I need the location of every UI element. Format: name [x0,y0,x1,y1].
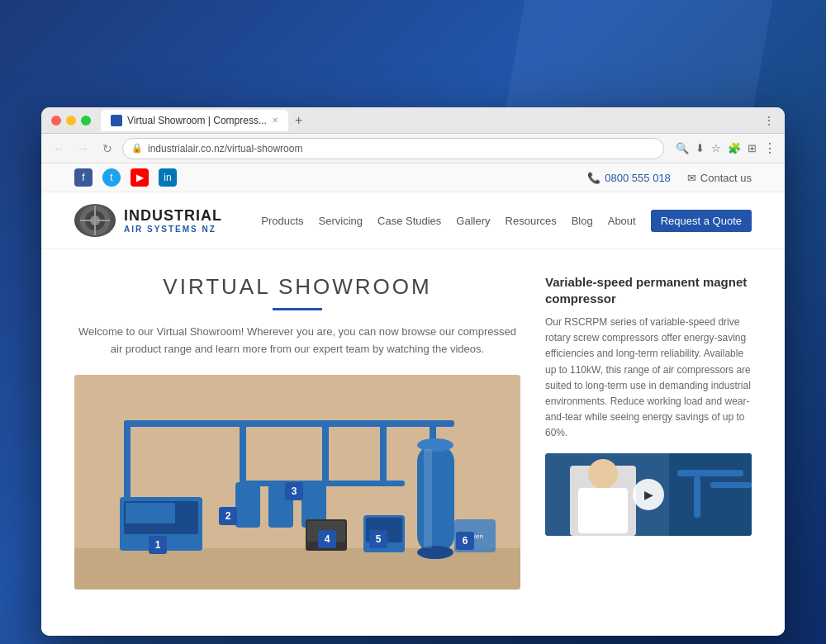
svg-rect-7 [124,420,454,427]
twitter-icon[interactable]: t [102,168,121,187]
right-column: Variable-speed permanent magnet compress… [545,274,752,590]
traffic-lights [51,116,91,125]
logo-icon [74,204,116,237]
product-title: Variable-speed permanent magnet compress… [545,274,752,306]
address-bar-icons: 🔍 ⬇ ☆ 🧩 ⊞ [676,142,757,154]
video-thumbnail[interactable]: ▶ [545,453,752,536]
nav-servicing[interactable]: Servicing [319,215,363,227]
tab-favicon [111,115,122,126]
nav-blog[interactable]: Blog [572,215,593,227]
svg-rect-44 [669,453,752,536]
svg-rect-11 [380,420,387,486]
page-content: VIRTUAL SHOWROOM Welcome to our Virtual … [41,249,785,606]
new-tab-button[interactable]: + [295,113,302,128]
browser-window: Virtual Showroom | Compress... ✕ + ⋮ ← →… [41,107,785,636]
bookmark-icon[interactable]: ☆ [711,142,721,154]
phone-icon: 📞 [587,172,601,184]
lock-icon: 🔒 [131,143,143,154]
address-bar-row: ← → ↻ 🔒 industrialair.co.nz/virtual-show… [41,134,785,163]
logo-title: INDUSTRIAL [124,207,222,225]
svg-text:4: 4 [325,533,330,545]
contact-us-label: Contact us [700,172,752,184]
svg-point-22 [417,438,453,452]
address-bar[interactable]: 🔒 industrialair.co.nz/virtual-showroom [122,138,664,159]
nav-products[interactable]: Products [261,215,303,227]
youtube-icon[interactable]: ▶ [131,168,149,187]
svg-rect-45 [677,470,743,476]
logo-subtitle: AIR SYSTEMS NZ [124,225,222,234]
refresh-button[interactable]: ↻ [99,140,116,157]
minimize-button[interactable] [66,116,76,125]
maximize-button[interactable] [81,116,91,125]
svg-text:3: 3 [292,485,297,497]
page-title: VIRTUAL SHOWROOM [74,274,520,300]
page-description: Welcome to our Virtual Showroom! Whereve… [74,324,520,358]
extension-icon[interactable]: 🧩 [728,142,741,154]
email-icon: ✉ [687,172,696,184]
main-nav: INDUSTRIAL AIR SYSTEMS NZ Products Servi… [41,192,785,249]
linkedin-icon[interactable]: in [159,168,177,187]
active-tab[interactable]: Virtual Showroom | Compress... ✕ [101,110,288,131]
browser-chrome: Virtual Showroom | Compress... ✕ + ⋮ [41,107,785,134]
nav-resources[interactable]: Resources [506,215,557,227]
browser-menu-button[interactable]: ⋮ [763,114,775,127]
url-text: industrialair.co.nz/virtual-showroom [148,143,302,154]
play-button[interactable]: ▶ [633,479,664,510]
back-button[interactable]: ← [50,140,68,157]
tab-bar: Virtual Showroom | Compress... ✕ + [101,110,757,131]
chrome-menu-button[interactable]: ⋮ [763,140,776,156]
close-button[interactable] [51,116,61,125]
svg-rect-21 [417,445,454,552]
title-underline [273,308,322,310]
svg-rect-16 [126,503,175,523]
tab-close-icon[interactable]: ✕ [272,116,278,125]
topbar: f t ▶ in 📞 0800 555 018 ✉ Contact us [41,163,785,192]
svg-rect-50 [578,488,628,533]
nav-gallery[interactable]: Gallery [456,215,490,227]
svg-rect-17 [126,526,159,531]
svg-rect-6 [74,548,520,590]
topbar-right: 📞 0800 555 018 ✉ Contact us [587,172,752,184]
phone-number: 0800 555 018 [605,172,671,184]
tab-grid-icon[interactable]: ⊞ [748,142,757,154]
nav-about[interactable]: About [608,215,636,227]
svg-rect-24 [424,449,432,548]
svg-rect-18 [235,482,260,528]
product-description: Our RSCRPM series of variable-speed driv… [545,315,752,442]
logo-text: INDUSTRIAL AIR SYSTEMS NZ [124,207,222,234]
nav-case-studies[interactable]: Case Studies [377,215,441,227]
logo[interactable]: INDUSTRIAL AIR SYSTEMS NZ [74,204,222,237]
tab-label: Virtual Showroom | Compress... [127,115,267,126]
download-icon[interactable]: ⬇ [695,142,705,154]
svg-text:5: 5 [376,533,382,545]
svg-point-23 [417,546,453,559]
svg-text:1: 1 [155,539,161,551]
compressor-visualization: Vixen 1 2 [74,375,520,590]
search-icon[interactable]: 🔍 [676,142,689,154]
left-column: VIRTUAL SHOWROOM Welcome to our Virtual … [74,274,520,590]
svg-rect-10 [322,420,329,486]
svg-point-49 [588,459,618,489]
nav-request-quote[interactable]: Request a Quote [651,210,752,232]
svg-rect-9 [240,420,246,486]
showroom-image: Vixen 1 2 [74,375,520,590]
play-icon: ▶ [644,488,653,501]
phone-item[interactable]: 📞 0800 555 018 [587,172,671,184]
svg-text:2: 2 [225,510,231,522]
nav-links: Products Servicing Case Studies Gallery … [261,210,752,232]
page-header: VIRTUAL SHOWROOM Welcome to our Virtual … [74,274,520,358]
social-icons: f t ▶ in [74,168,177,187]
svg-rect-46 [694,476,700,518]
svg-text:6: 6 [463,535,468,547]
contact-us-link[interactable]: ✉ Contact us [687,172,752,184]
svg-rect-8 [124,420,131,503]
website-content: f t ▶ in 📞 0800 555 018 ✉ Contact us [41,163,785,636]
forward-button[interactable]: → [74,140,93,157]
svg-rect-47 [710,482,752,488]
facebook-icon[interactable]: f [74,168,93,187]
